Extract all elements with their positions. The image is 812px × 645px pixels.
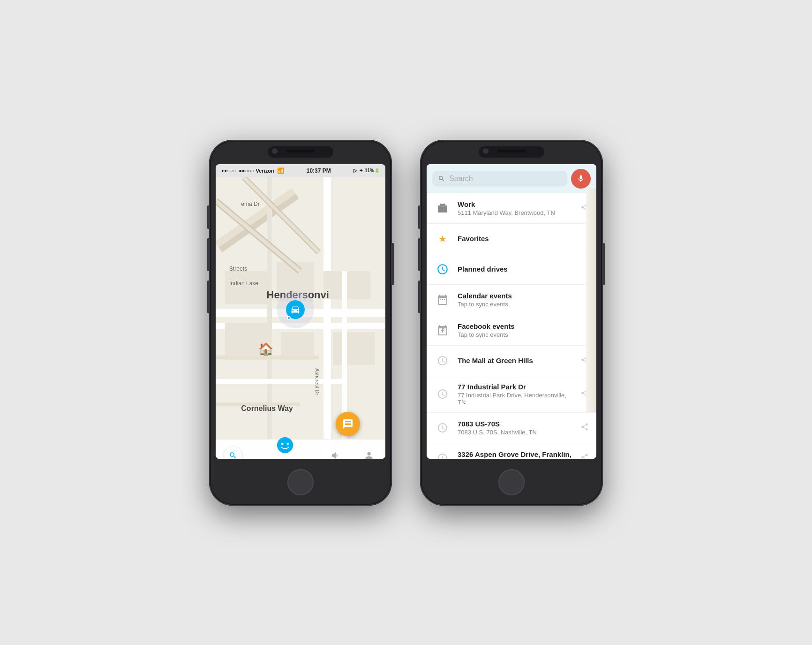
work-subtitle: 5111 Maryland Way, Brentwood, TN xyxy=(458,209,574,216)
waze-chat-marker xyxy=(336,412,360,436)
home-location-icon: 🏠 xyxy=(258,342,273,357)
volume-up-button-2 xyxy=(418,238,420,271)
search-icon xyxy=(438,175,445,182)
status-bar-right: ▷ ✦ 11%🔋 xyxy=(353,168,380,173)
planned-drives-title: Planned drives xyxy=(458,265,580,273)
wazers-info: 759 Wazers Around you xyxy=(259,436,310,459)
front-camera xyxy=(272,148,278,154)
svg-rect-26 xyxy=(444,299,445,300)
map-background: ema Dr Streets Indian Lake Hendersonvi A… xyxy=(216,177,385,459)
search-input-wrap[interactable]: Search xyxy=(432,171,567,187)
volume-down-button xyxy=(207,281,209,313)
volume-down-button-2 xyxy=(418,281,420,313)
wifi-icon: 📶 xyxy=(277,167,284,174)
bluetooth-icon: ✦ xyxy=(359,168,363,173)
industrial-subtitle: 77 Industrial Park Drive, Hendersonville… xyxy=(458,392,574,406)
car-radius-circle xyxy=(277,291,314,328)
svg-point-21 xyxy=(277,437,293,453)
earpiece-speaker xyxy=(286,150,315,152)
search-screen: Search xyxy=(427,164,596,459)
microphone-button[interactable] xyxy=(571,169,591,189)
car-location-marker xyxy=(277,291,314,328)
facebook-events-title: Facebook events xyxy=(458,322,580,330)
list-item-aspen-grove[interactable]: 3326 Aspen Grove Drive, Franklin, TN xyxy=(427,443,596,459)
waze-face-icon xyxy=(276,436,294,457)
aspen-grove-share-icon[interactable] xyxy=(580,453,589,459)
list-item-us70s[interactable]: 7083 US-70S 7083 U.S. 70S, Nashville, TN xyxy=(427,413,596,443)
location-icon: ▷ xyxy=(353,168,357,173)
us70s-content: 7083 US-70S 7083 U.S. 70S, Nashville, TN xyxy=(458,420,574,436)
carrier-name: ●●○○○ Verizon xyxy=(239,168,274,174)
battery-icon: 11%🔋 xyxy=(365,168,380,173)
home-button-2[interactable] xyxy=(498,469,525,495)
favorites-title: Favorites xyxy=(458,235,580,243)
list-item-mall-green-hills[interactable]: The Mall at Green Hills xyxy=(427,346,596,376)
facebook-events-subtitle: Tap to sync events xyxy=(458,331,580,338)
planned-drives-icon xyxy=(434,261,451,278)
industrial-recent-icon xyxy=(434,386,451,402)
phone-2: Search xyxy=(420,140,603,506)
us70s-title: 7083 US-70S xyxy=(458,420,574,428)
clock: 10:37 PM xyxy=(307,167,331,174)
map-label-streets: Streets xyxy=(229,266,247,272)
mute-button-2 xyxy=(418,205,420,229)
profile-button[interactable] xyxy=(361,448,377,459)
map-search-button[interactable] xyxy=(224,447,242,459)
search-results-list: Work 5111 Maryland Way, Brentwood, TN ★ xyxy=(427,193,596,459)
industrial-content: 77 Industrial Park Dr 77 Industrial Park… xyxy=(458,383,574,406)
phone-1: ●●○○○ ●●○○○ Verizon 📶 10:37 PM ▷ ✦ 11%🔋 xyxy=(209,140,392,506)
earpiece-speaker-2 xyxy=(497,150,526,152)
mute-button xyxy=(207,205,209,229)
power-button-2 xyxy=(603,243,605,285)
list-item-work[interactable]: Work 5111 Maryland Way, Brentwood, TN xyxy=(427,193,596,224)
mall-recent-icon xyxy=(434,352,451,369)
map-label-ema: ema Dr xyxy=(241,201,259,207)
list-item-calendar-events[interactable]: Calendar events Tap to sync events › xyxy=(427,285,596,315)
favorites-icon: ★ xyxy=(434,230,451,247)
search-header: Search xyxy=(427,164,596,193)
svg-rect-24 xyxy=(440,299,441,300)
home-button[interactable] xyxy=(287,469,314,495)
location-dot xyxy=(287,316,291,320)
work-content: Work 5111 Maryland Way, Brentwood, TN xyxy=(458,200,574,216)
signal-dots: ●●○○○ xyxy=(221,168,236,173)
list-item-facebook-events[interactable]: Facebook events Tap to sync events › xyxy=(427,315,596,346)
status-bar: ●●○○○ ●●○○○ Verizon 📶 10:37 PM ▷ ✦ 11%🔋 xyxy=(216,164,385,177)
status-bar-left: ●●○○○ ●●○○○ Verizon 📶 xyxy=(221,167,284,174)
svg-rect-12 xyxy=(333,332,375,365)
work-title: Work xyxy=(458,200,574,208)
work-icon xyxy=(434,200,451,217)
industrial-title: 77 Industrial Park Dr xyxy=(458,383,574,391)
svg-point-22 xyxy=(281,443,284,445)
map-label-indian-lake: Indian Lake xyxy=(229,280,258,287)
list-item-industrial-park[interactable]: 77 Industrial Park Dr 77 Industrial Park… xyxy=(427,376,596,413)
phone-2-screen: Search xyxy=(427,164,596,459)
search-placeholder: Search xyxy=(449,175,562,183)
svg-rect-18 xyxy=(216,379,342,384)
power-button xyxy=(392,243,394,285)
mall-content: The Mall at Green Hills xyxy=(458,357,574,364)
aspen-grove-content: 3326 Aspen Grove Drive, Franklin, TN xyxy=(458,450,574,459)
map-peek xyxy=(586,189,596,412)
map-bottom-bar: 759 Wazers Around you xyxy=(216,439,385,459)
svg-rect-5 xyxy=(323,177,331,459)
facebook-events-icon xyxy=(434,322,451,339)
planned-drives-content: Planned drives xyxy=(458,265,580,273)
calendar-events-title: Calendar events xyxy=(458,292,580,300)
facebook-events-content: Facebook events Tap to sync events xyxy=(458,322,580,338)
favorites-content: Favorites xyxy=(458,235,580,243)
svg-point-23 xyxy=(286,443,289,445)
front-camera-2 xyxy=(483,148,489,154)
calendar-events-subtitle: Tap to sync events xyxy=(458,301,580,308)
svg-rect-6 xyxy=(267,177,272,459)
calendar-events-icon xyxy=(434,291,451,308)
scene: ●●○○○ ●●○○○ Verizon 📶 10:37 PM ▷ ✦ 11%🔋 xyxy=(190,121,622,524)
aspen-grove-recent-icon xyxy=(434,450,451,459)
svg-rect-7 xyxy=(225,271,267,304)
us70s-subtitle: 7083 U.S. 70S, Nashville, TN xyxy=(458,429,574,436)
list-item-planned-drives[interactable]: Planned drives › xyxy=(427,254,596,285)
volume-button[interactable] xyxy=(328,448,344,459)
us70s-share-icon[interactable] xyxy=(580,423,589,433)
list-item-favorites[interactable]: ★ Favorites › xyxy=(427,224,596,254)
map-label-cornelius: Cornelius Way xyxy=(241,404,293,413)
